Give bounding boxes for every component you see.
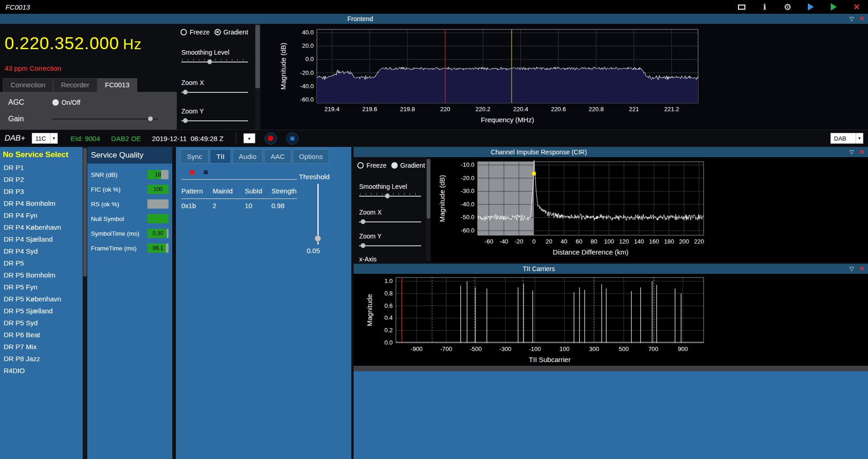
zoom-y-slider-handle[interactable] bbox=[183, 118, 188, 123]
service-list-item[interactable]: DR P5 Bornholm bbox=[0, 269, 83, 281]
service-list-item[interactable]: DR P4 Syd bbox=[0, 245, 83, 257]
svg-text:20.0: 20.0 bbox=[302, 42, 314, 49]
cir-zoom-y-slider[interactable] bbox=[359, 243, 421, 249]
threshold-slider-handle[interactable] bbox=[315, 235, 321, 242]
close-panel-icon[interactable]: ✕ bbox=[859, 147, 864, 157]
svg-text:220.4: 220.4 bbox=[513, 106, 528, 113]
threshold-slider[interactable] bbox=[315, 184, 321, 244]
service-list-item[interactable]: DR P5 Sjælland bbox=[0, 305, 83, 317]
close-panel-icon[interactable]: ✕ bbox=[859, 264, 864, 274]
table-cell: 10 bbox=[245, 202, 271, 210]
close-panel-icon[interactable]: ✕ bbox=[859, 14, 864, 24]
tab-options[interactable]: Options bbox=[293, 149, 329, 164]
smoothing-slider-handle[interactable] bbox=[207, 59, 212, 64]
gain-slider[interactable] bbox=[52, 116, 158, 122]
collapse-panel-icon[interactable]: ▽ bbox=[850, 264, 854, 274]
frontend-tabs: ConnectionRecorderFC0013 bbox=[0, 78, 137, 92]
svg-text:-50.0: -50.0 bbox=[461, 214, 474, 221]
tii-chart: -900-700-500-300-1001003005007009001.00.… bbox=[354, 274, 868, 366]
cir-zoom-x-handle[interactable] bbox=[361, 219, 366, 224]
svg-text:-30.0: -30.0 bbox=[461, 187, 474, 194]
gain-slider-handle[interactable] bbox=[148, 116, 153, 121]
gradient-radio[interactable]: ✕ bbox=[214, 29, 221, 35]
splitter-handle[interactable] bbox=[172, 147, 176, 459]
svg-text:220.2: 220.2 bbox=[475, 106, 490, 113]
service-list-item[interactable]: DR P4 Sjælland bbox=[0, 233, 83, 245]
cir-zoom-x-slider[interactable] bbox=[359, 219, 421, 225]
zoom-y-slider[interactable] bbox=[181, 118, 248, 124]
smoothing-level-slider[interactable] bbox=[181, 59, 248, 65]
quality-value: 96.1 bbox=[152, 245, 163, 251]
tab-fc0013[interactable]: FC0013 bbox=[97, 78, 137, 92]
svg-text:-700: -700 bbox=[440, 346, 452, 352]
service-list-item[interactable]: R4DIO bbox=[0, 365, 83, 377]
titlebar-icons: ℹ ⚙ ✕ bbox=[737, 2, 868, 12]
service-list-item[interactable]: DR P4 Fyn bbox=[0, 210, 83, 221]
service-list-item[interactable]: DR P5 Syd bbox=[0, 317, 83, 329]
service-list-item[interactable]: DR P4 Bornholm bbox=[0, 198, 83, 210]
play-icon-green[interactable] bbox=[829, 2, 839, 12]
cir-smoothing-handle[interactable] bbox=[385, 193, 390, 198]
tab-audio[interactable]: Audio bbox=[232, 149, 263, 164]
service-list-item[interactable]: DR P5 København bbox=[0, 293, 83, 305]
band-select[interactable]: DAB ▾ bbox=[830, 133, 863, 144]
window-restore-icon[interactable] bbox=[737, 2, 747, 12]
cir-zoom-y-handle[interactable] bbox=[361, 243, 366, 248]
scrollbar-thumb[interactable] bbox=[255, 25, 260, 88]
tab-connection[interactable]: Connection bbox=[3, 78, 53, 92]
service-list-item[interactable]: DR P8 Jazz bbox=[0, 353, 83, 365]
channel-select[interactable]: 11C ▾ bbox=[32, 133, 58, 144]
table-row[interactable]: 0x1b2100.98 bbox=[181, 202, 300, 210]
tab-sync[interactable]: Sync bbox=[180, 149, 209, 164]
service-list-item[interactable]: DR P6 Beat bbox=[0, 329, 83, 341]
agc-radio[interactable] bbox=[52, 99, 59, 106]
slider-track bbox=[181, 120, 248, 121]
svg-text:-20.0: -20.0 bbox=[461, 175, 474, 181]
gradient-radio[interactable] bbox=[391, 162, 398, 169]
scrollbar-thumb[interactable] bbox=[83, 148, 87, 277]
close-app-icon[interactable]: ✕ bbox=[851, 2, 862, 12]
cir-smoothing-slider[interactable] bbox=[359, 193, 421, 199]
table-header-underline bbox=[181, 198, 297, 199]
app-title: FC0013 bbox=[0, 3, 30, 11]
spectrum-fill bbox=[317, 67, 698, 103]
settings-gear-icon[interactable]: ⚙ bbox=[783, 2, 793, 12]
dropdown-button[interactable]: ▾ bbox=[243, 133, 255, 143]
zoom-x-slider-handle[interactable] bbox=[183, 90, 188, 95]
service-list-item[interactable]: DR P5 Fyn bbox=[0, 281, 83, 293]
freeze-radio[interactable] bbox=[357, 162, 364, 169]
stop-button[interactable] bbox=[286, 132, 299, 145]
freeze-radio[interactable] bbox=[180, 29, 187, 35]
service-list-item[interactable]: DR P5 bbox=[0, 257, 83, 269]
svg-text:220.8: 220.8 bbox=[589, 106, 604, 113]
svg-text:-10.0: -10.0 bbox=[461, 161, 474, 168]
spectrum-controls-scrollbar[interactable] bbox=[255, 24, 260, 130]
play-icon-blue[interactable] bbox=[806, 2, 816, 12]
scrollbar-thumb[interactable] bbox=[427, 159, 430, 219]
service-list-item[interactable]: DR P2 bbox=[0, 174, 83, 186]
quality-value-box: 18 bbox=[147, 170, 169, 179]
decoder-tabs: SyncTIIAudioAACOptions bbox=[180, 149, 329, 164]
tab-tii[interactable]: TII bbox=[210, 149, 231, 164]
service-list-item[interactable]: DR P1 bbox=[0, 162, 83, 174]
spectrum-controls: Freeze ✕ Gradient Smoothing Level Zoom X… bbox=[177, 24, 255, 130]
collapse-panel-icon[interactable]: ▽ bbox=[850, 14, 854, 24]
service-list-item[interactable]: DR P4 København bbox=[0, 221, 83, 233]
cir-panel-header: Channel Impulse Response (CIR) ▽ ✕ bbox=[354, 147, 868, 157]
cir-controls-scrollbar[interactable] bbox=[426, 158, 431, 261]
titlebar[interactable]: FC0013 ℹ ⚙ ✕ bbox=[0, 0, 868, 14]
info-icon[interactable]: ℹ bbox=[760, 2, 770, 12]
agc-label: AGC bbox=[8, 98, 52, 107]
lower-fill-area bbox=[354, 371, 868, 459]
service-list-scrollbar[interactable] bbox=[83, 147, 87, 459]
collapse-panel-icon[interactable]: ▽ bbox=[850, 147, 854, 157]
service-list-item[interactable]: DR P3 bbox=[0, 186, 83, 198]
svg-text:0.2: 0.2 bbox=[384, 327, 393, 334]
tab-recorder[interactable]: Recorder bbox=[53, 78, 97, 92]
record-button[interactable] bbox=[265, 132, 277, 145]
ensemble-id: EId: 9004 bbox=[71, 135, 100, 142]
zoom-x-slider[interactable] bbox=[181, 89, 248, 96]
tab-aac[interactable]: AAC bbox=[264, 149, 291, 164]
service-quality-header: Service Quality bbox=[87, 147, 172, 164]
service-list-item[interactable]: DR P7 Mix bbox=[0, 341, 83, 353]
